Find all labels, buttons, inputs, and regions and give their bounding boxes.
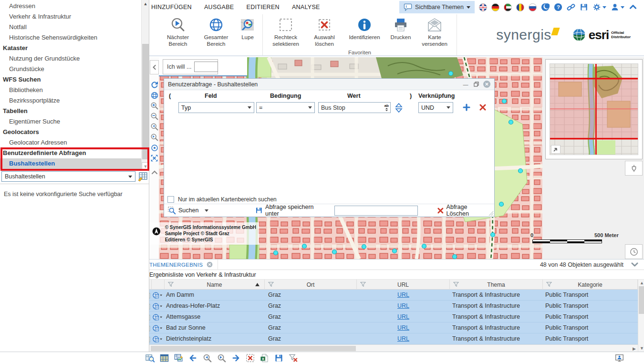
cell-url-link[interactable]: URL (357, 312, 450, 322)
sidebar-item[interactable]: Benutzerdefinierte Abfragen (0, 148, 141, 158)
zoom-out-icon[interactable] (150, 112, 159, 121)
table-row[interactable]: Bad zur Sonne Graz URL Transport & Infra… (143, 322, 644, 333)
collapse-up-icon[interactable] (629, 3, 637, 11)
sidebar-item[interactable]: WFS Suchen (0, 74, 141, 85)
ribbon-tab[interactable]: ANALYSE (292, 4, 320, 10)
restore-icon[interactable] (473, 81, 479, 88)
scroll-down-icon[interactable]: ▼ (142, 162, 149, 170)
settings-button[interactable] (592, 3, 606, 11)
i-want-to-input[interactable] (194, 62, 218, 72)
sidebar-item[interactable]: Notfall (0, 22, 141, 32)
globe-icon[interactable] (150, 91, 159, 100)
add-row-icon[interactable] (463, 104, 470, 111)
previous-extent-icon[interactable] (150, 122, 159, 131)
scrollbar-thumb[interactable] (151, 346, 356, 351)
help-icon[interactable]: ? (554, 3, 562, 11)
collapse-up-icon[interactable] (150, 168, 159, 177)
cell-url-link[interactable]: URL (357, 333, 450, 344)
sidebar-item[interactable]: Nutzung der Grundstücke (0, 53, 141, 64)
horizontal-scrollbar[interactable]: ◀ ▶ (143, 344, 638, 352)
refresh-icon[interactable] (150, 80, 159, 89)
filter-icon[interactable] (546, 281, 552, 287)
save-query-button[interactable]: Abfrage speichern unter (255, 204, 327, 217)
column-header-ort[interactable]: Ort (265, 280, 357, 290)
overview-collapse-icon[interactable] (551, 145, 561, 154)
close-tab-icon[interactable] (207, 261, 213, 268)
sidebar-item[interactable]: Tabellen (0, 106, 141, 116)
column-header-thema[interactable]: Thema (450, 280, 543, 290)
field-select[interactable]: Typ (178, 102, 254, 113)
full-extent-icon[interactable] (150, 154, 159, 163)
zoom-previous-icon[interactable] (203, 354, 212, 363)
language-flag-romania-icon[interactable] (516, 3, 524, 11)
filter-icon[interactable] (268, 281, 274, 287)
cell-url-link[interactable]: URL (357, 301, 450, 312)
save-icon[interactable] (580, 3, 588, 11)
presentation-icon[interactable] (615, 354, 624, 363)
language-flag-russia-icon[interactable] (529, 3, 537, 11)
table-row[interactable]: Attemsgasse Graz URL Transport & Infrast… (143, 312, 644, 322)
results-tab[interactable]: THEMENERGEBNIS (143, 260, 218, 270)
scrollbar-thumb[interactable] (639, 286, 644, 314)
clear-filter-icon[interactable] (289, 354, 298, 363)
previous-record-icon[interactable] (188, 354, 197, 363)
table-row[interactable]: Andreas-Hofer-Platz Graz URL Transport &… (143, 301, 644, 312)
column-header-name[interactable]: Name (165, 280, 265, 290)
full-extent-button[interactable]: Gesamter Bereich (197, 16, 236, 49)
ribbon-tab[interactable]: HINZUFÜGEN (151, 4, 192, 10)
link-icon[interactable] (567, 3, 575, 11)
center-map-icon[interactable] (150, 143, 159, 152)
sidebar-item[interactable]: Grundstücke (0, 64, 141, 74)
next-extent-icon[interactable] (150, 133, 159, 142)
column-header-url[interactable]: URL (357, 280, 450, 290)
collapse-panel-icon[interactable] (631, 261, 638, 268)
print-button[interactable]: Drucken (386, 16, 415, 49)
edit-table-icon[interactable] (137, 172, 148, 181)
language-flag-germany-icon[interactable] (491, 3, 499, 11)
excel-export-icon[interactable]: X (260, 354, 269, 363)
scrollbar-thumb[interactable] (142, 44, 149, 159)
send-map-button[interactable]: Karte versenden (415, 16, 454, 49)
ribbon-tab[interactable]: AUSGABE (204, 4, 234, 10)
sidebar-item[interactable]: Bezirkssportplätze (0, 95, 141, 106)
sidebar-item[interactable]: Eigentümer Suche (0, 116, 141, 127)
search-button[interactable]: Suchen (168, 207, 208, 215)
sidebar-scrollbar[interactable]: ▲ ▼ (141, 0, 149, 170)
clear-selection-button[interactable]: Auswahl löschen (306, 16, 343, 49)
remove-row-icon[interactable] (479, 104, 487, 111)
minimize-icon[interactable]: — (462, 81, 469, 88)
filter-icon[interactable] (360, 281, 366, 287)
search-theme-select[interactable]: Bushaltestellen (1, 171, 135, 182)
select-rectangle-button[interactable]: Rechteck selektieren (266, 16, 306, 49)
table-row[interactable]: Am Damm Graz URL Transport & Infrastruct… (143, 290, 644, 301)
collapse-left-icon[interactable] (150, 60, 159, 74)
resize-grip[interactable] (488, 211, 493, 216)
table-report-icon[interactable] (174, 354, 183, 363)
value-input[interactable]: Bus Stop ab (318, 102, 391, 113)
cell-url-link[interactable]: URL (357, 290, 450, 301)
sidebar-item[interactable]: Kataster (0, 43, 141, 53)
sidebar-item[interactable]: Bushaltestellen (0, 158, 141, 169)
sidebar-item[interactable]: Historische Sehenswürdigkeiten (0, 32, 141, 43)
conjunction-select[interactable]: UND (418, 102, 453, 113)
delete-query-button[interactable]: Abfrage Löschen (437, 204, 490, 217)
language-flag-uk-icon[interactable] (479, 3, 487, 11)
user-menu-button[interactable] (611, 3, 624, 11)
zoom-in-icon[interactable] (150, 101, 159, 110)
visible-themes-button[interactable]: i Sichtbare Themen (399, 1, 475, 13)
sidebar-item[interactable]: Verkehr & Infrastruktur (0, 11, 141, 22)
pin-overview-button[interactable] (625, 161, 643, 176)
zoom-to-selection-icon[interactable] (145, 354, 155, 363)
filter-icon[interactable] (453, 281, 459, 287)
overview-map[interactable] (550, 63, 638, 155)
crescent-icon[interactable] (541, 3, 550, 11)
table-icon[interactable] (160, 354, 169, 363)
close-icon[interactable]: ✕ (483, 81, 490, 88)
identify-button[interactable]: Identifizieren (343, 16, 386, 49)
sidebar-item[interactable]: Adressen (0, 1, 141, 11)
current-extent-checkbox[interactable] (167, 196, 174, 203)
time-slider-button[interactable] (625, 244, 643, 259)
save-icon[interactable] (274, 354, 283, 363)
next-record-icon[interactable] (231, 354, 240, 363)
vertical-scrollbar[interactable]: ▲ ▼ (638, 280, 644, 352)
